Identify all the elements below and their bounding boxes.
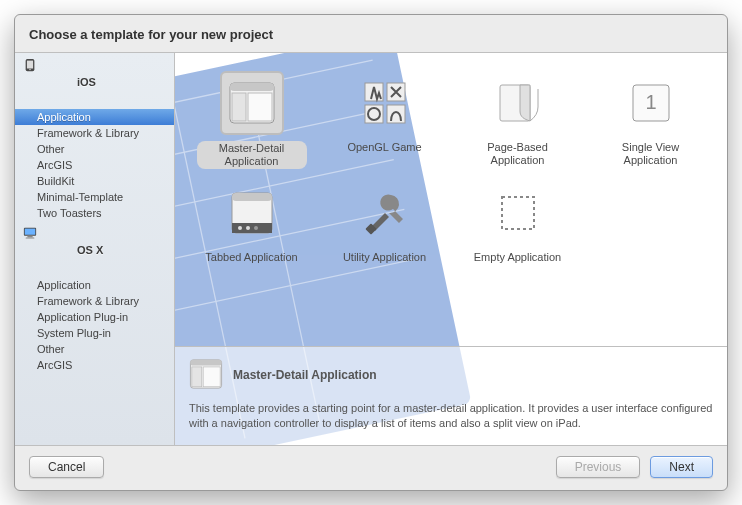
- svg-rect-31: [232, 193, 272, 201]
- sidebar-item-minimal-template[interactable]: Minimal-Template: [15, 189, 174, 205]
- svg-rect-21: [248, 93, 272, 121]
- dialog-body: iOSApplicationFramework & LibraryOtherAr…: [15, 52, 727, 446]
- template-grid: Master-Detail ApplicationOpenGL GamePage…: [175, 53, 727, 346]
- sidebar-item-application-plug-in[interactable]: Application Plug-in: [15, 309, 174, 325]
- pagebased-icon: [486, 71, 550, 135]
- sidebar-item-application[interactable]: Application: [15, 277, 174, 293]
- svg-rect-19: [230, 83, 274, 91]
- svg-point-13: [29, 69, 30, 70]
- svg-text:1: 1: [645, 91, 656, 113]
- sidebar: iOSApplicationFramework & LibraryOtherAr…: [15, 53, 175, 445]
- dialog-title: Choose a template for your new project: [15, 15, 727, 52]
- sidebar-item-two-toasters[interactable]: Two Toasters: [15, 205, 174, 221]
- svg-rect-39: [190, 360, 221, 366]
- svg-point-35: [254, 226, 258, 230]
- description-panel: Master-Detail Application This template …: [175, 346, 727, 445]
- sidebar-item-arcgis[interactable]: ArcGIS: [15, 157, 174, 173]
- sidebar-item-other[interactable]: Other: [15, 141, 174, 157]
- svg-rect-16: [27, 236, 32, 238]
- svg-rect-15: [25, 229, 36, 235]
- sidebar-item-application[interactable]: Application: [15, 109, 174, 125]
- template-label: Utility Application: [343, 251, 426, 264]
- template-label: Master-Detail Application: [197, 141, 307, 169]
- description-title: Master-Detail Application: [233, 368, 377, 382]
- utility-icon: [353, 181, 417, 245]
- template-label: OpenGL Game: [347, 141, 421, 154]
- template-utility[interactable]: Utility Application: [318, 173, 451, 283]
- masterdetail-icon: [189, 357, 223, 393]
- svg-rect-41: [203, 367, 220, 387]
- sidebar-item-buildkit[interactable]: BuildKit: [15, 173, 174, 189]
- svg-point-33: [238, 226, 242, 230]
- sidebar-item-framework-library[interactable]: Framework & Library: [15, 125, 174, 141]
- svg-rect-40: [192, 367, 202, 387]
- svg-rect-37: [502, 197, 534, 229]
- template-label: Page-Based Application: [463, 141, 573, 167]
- previous-button[interactable]: Previous: [556, 456, 641, 478]
- tabbed-icon: [220, 181, 284, 245]
- svg-point-34: [246, 226, 250, 230]
- new-project-dialog: Choose a template for your new project: [14, 14, 728, 491]
- empty-icon: [486, 181, 550, 245]
- svg-rect-20: [232, 93, 246, 121]
- svg-rect-12: [27, 61, 33, 69]
- template-label: Empty Application: [474, 251, 561, 264]
- sidebar-group-label: OS X: [77, 244, 103, 256]
- template-label: Tabbed Application: [205, 251, 297, 264]
- sidebar-item-framework-library[interactable]: Framework & Library: [15, 293, 174, 309]
- svg-rect-25: [387, 105, 405, 123]
- opengl-icon: [353, 71, 417, 135]
- template-pagebased[interactable]: Page-Based Application: [451, 63, 584, 173]
- template-label: Single View Application: [596, 141, 706, 167]
- svg-rect-17: [26, 237, 35, 238]
- masterdetail-icon: [220, 71, 284, 135]
- next-button[interactable]: Next: [650, 456, 713, 478]
- description-text: This template provides a starting point …: [189, 401, 713, 431]
- template-empty[interactable]: Empty Application: [451, 173, 584, 283]
- template-masterdetail[interactable]: Master-Detail Application: [185, 63, 318, 173]
- template-opengl[interactable]: OpenGL Game: [318, 63, 451, 173]
- cancel-button[interactable]: Cancel: [29, 456, 104, 478]
- template-tabbed[interactable]: Tabbed Application: [185, 173, 318, 283]
- template-singleview[interactable]: 1Single View Application: [584, 63, 717, 173]
- singleview-icon: 1: [619, 71, 683, 135]
- sidebar-group-ios: iOS: [15, 53, 174, 109]
- sidebar-item-other[interactable]: Other: [15, 341, 174, 357]
- sidebar-item-arcgis[interactable]: ArcGIS: [15, 357, 174, 373]
- dialog-footer: Cancel Previous Next: [15, 446, 727, 490]
- sidebar-group-osx: OS X: [15, 221, 174, 277]
- sidebar-group-label: iOS: [77, 76, 96, 88]
- sidebar-item-system-plug-in[interactable]: System Plug-in: [15, 325, 174, 341]
- main-pane: Master-Detail ApplicationOpenGL GamePage…: [175, 53, 727, 445]
